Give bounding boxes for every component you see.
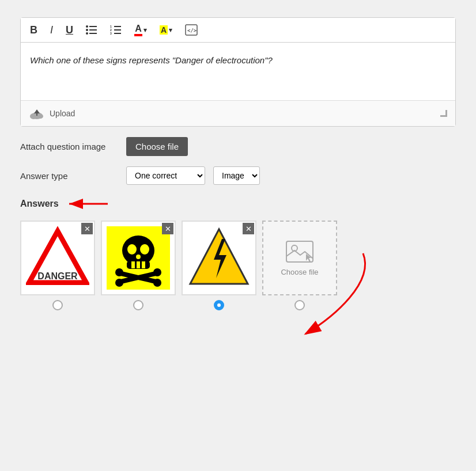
highlight-button[interactable]: A ▾	[157, 24, 175, 36]
answer-image-box-3: ✕	[182, 221, 256, 295]
image-placeholder-icon	[285, 240, 314, 263]
answer-type-label: Answer type	[20, 171, 118, 181]
answer-radio-3[interactable]	[214, 300, 224, 310]
answer-type-select[interactable]: One correct Multiple correct True/False	[126, 166, 205, 185]
remove-answer-3-button[interactable]: ✕	[243, 223, 254, 234]
answer-image-box-4[interactable]: Choose file	[262, 221, 337, 295]
answer-item-3: ✕	[182, 221, 256, 310]
choose-file-button[interactable]: Choose file	[126, 137, 188, 156]
question-text[interactable]: Which one of these signs represents "Dan…	[21, 43, 455, 100]
upload-button[interactable]: Upload	[29, 107, 75, 120]
editor-toolbar: B I U 1 2 3 A	[21, 18, 455, 43]
svg-rect-0	[89, 26, 97, 27]
svg-rect-34	[142, 261, 145, 268]
svg-point-28	[127, 244, 137, 255]
svg-point-4	[86, 29, 88, 31]
skull-sign-image	[107, 226, 170, 290]
svg-rect-6	[114, 26, 121, 27]
svg-marker-18	[34, 109, 40, 113]
answer-radio-2[interactable]	[133, 300, 143, 310]
remove-answer-1-button[interactable]: ✕	[81, 223, 93, 234]
answer-item-2: ✕	[101, 221, 176, 310]
answers-section: Answers ✕	[20, 195, 456, 310]
svg-point-29	[140, 244, 149, 255]
svg-rect-2	[89, 33, 97, 34]
answers-label: Answers	[20, 199, 59, 209]
answer-format-select[interactable]: Image Text	[213, 166, 260, 185]
svg-rect-1	[89, 29, 97, 31]
remove-answer-2-button[interactable]: ✕	[162, 223, 173, 234]
source-button[interactable]: </>	[183, 23, 200, 37]
numlist-icon: 1 2 3	[110, 25, 122, 35]
answer-item-4: Choose file	[262, 221, 337, 310]
source-icon: </>	[185, 24, 198, 36]
svg-rect-7	[114, 29, 121, 31]
fontcolor-button[interactable]: A ▾	[132, 22, 149, 37]
arrow-annotation	[65, 195, 111, 212]
highlight-icon: A	[160, 25, 168, 35]
svg-text:</>: </>	[187, 28, 197, 33]
svg-text:DANGER: DANGER	[37, 271, 78, 281]
answer-image-box-2: ✕	[101, 221, 176, 295]
answer-radio-4[interactable]	[294, 300, 305, 310]
svg-point-16	[37, 114, 43, 119]
answer-radio-1[interactable]	[52, 300, 63, 310]
choose-file-placeholder-label: Choose file	[281, 268, 318, 276]
form-section: Attach question image Choose file Answer…	[20, 137, 456, 185]
fontcolor-icon: A	[134, 24, 142, 36]
answer-image-box-1: ✕ DANGER	[20, 221, 95, 295]
lightning-sign-image	[187, 226, 251, 290]
question-text-content: Which one of these signs represents "Dan…	[30, 55, 273, 65]
choose-file-placeholder[interactable]: Choose file	[263, 222, 336, 294]
attach-image-label: Attach question image	[20, 142, 118, 151]
answers-images-row: ✕ DANGER ✕	[20, 221, 456, 310]
svg-rect-32	[131, 261, 135, 268]
editor-container: B I U 1 2 3 A	[20, 17, 456, 127]
list-icon	[86, 25, 97, 35]
numlist-button[interactable]: 1 2 3	[108, 24, 124, 36]
bold-button[interactable]: B	[28, 23, 40, 37]
svg-point-30	[136, 255, 141, 259]
svg-rect-33	[137, 261, 140, 268]
answer-item-1: ✕ DANGER	[20, 221, 95, 310]
underline-button[interactable]: U	[63, 23, 75, 37]
upload-bar: Upload	[21, 100, 455, 126]
svg-text:3: 3	[110, 32, 112, 35]
answer-type-row: Answer type One correct Multiple correct…	[20, 166, 456, 185]
answers-header: Answers	[20, 195, 456, 212]
upload-cloud-icon	[29, 107, 45, 120]
danger-sign-image: DANGER	[26, 226, 89, 290]
svg-point-15	[30, 113, 37, 119]
svg-point-39	[115, 279, 123, 287]
attach-image-row: Attach question image Choose file	[20, 137, 456, 156]
svg-point-5	[86, 32, 88, 35]
svg-point-37	[115, 268, 123, 276]
upload-label: Upload	[50, 109, 75, 118]
svg-rect-8	[114, 33, 121, 34]
svg-point-40	[153, 279, 161, 287]
list-button[interactable]	[84, 24, 100, 36]
italic-button[interactable]: I	[48, 23, 55, 37]
resize-handle[interactable]	[440, 110, 447, 117]
svg-point-3	[86, 25, 88, 28]
svg-point-38	[153, 268, 161, 276]
